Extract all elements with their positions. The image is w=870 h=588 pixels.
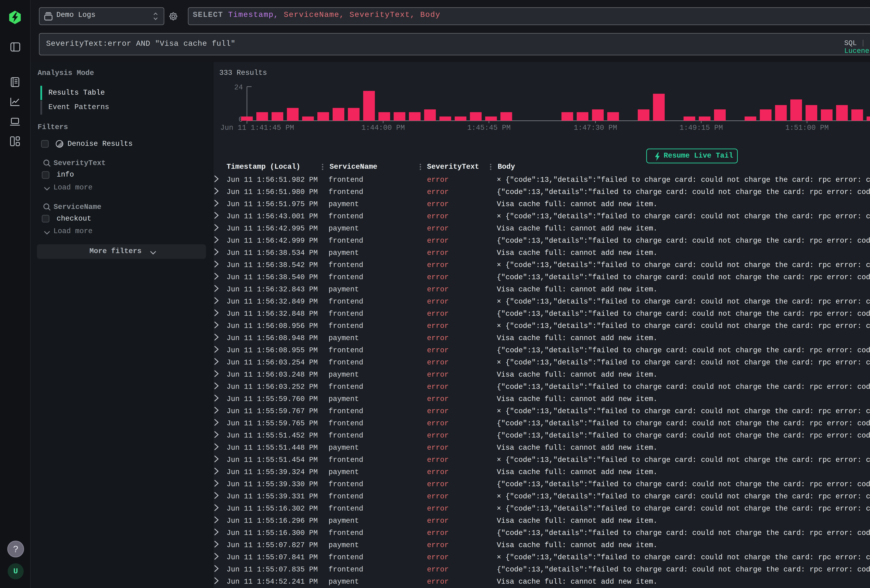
svg-text:1:45:45 PM: 1:45:45 PM	[467, 124, 511, 132]
svg-text:1:44:00 PM: 1:44:00 PM	[361, 124, 405, 132]
svg-text:24: 24	[234, 83, 243, 91]
svg-text:1:49:15 PM: 1:49:15 PM	[679, 124, 723, 132]
svg-text:Jun 11 1:41:45 PM: Jun 11 1:41:45 PM	[220, 124, 294, 132]
svg-text:1:47:30 PM: 1:47:30 PM	[574, 124, 617, 132]
svg-text:1:51:00 PM: 1:51:00 PM	[785, 124, 829, 132]
